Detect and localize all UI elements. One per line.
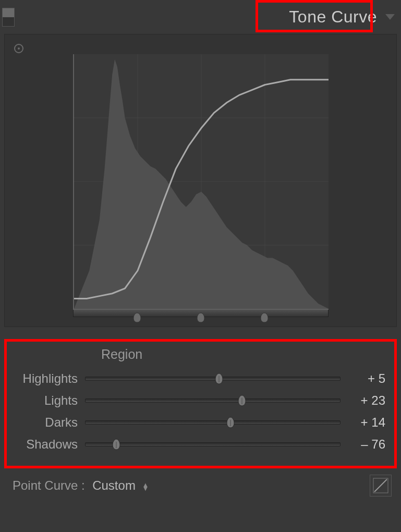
region-split-bar[interactable] (73, 310, 329, 317)
lights-slider-thumb[interactable] (236, 394, 248, 407)
darks-slider-thumb[interactable] (225, 416, 236, 429)
lights-slider[interactable] (85, 398, 341, 403)
darks-slider[interactable] (85, 420, 341, 425)
lights-value[interactable]: + 23 (350, 393, 385, 408)
darks-label[interactable]: Darks (4, 415, 85, 430)
slider-row-highlights: Highlights + 5 (4, 371, 397, 386)
header-right-group: Tone Curve (289, 7, 395, 27)
point-curve-label: Point Curve : (13, 478, 85, 492)
slider-row-shadows: Shadows – 76 (4, 437, 397, 452)
diagonal-curve-icon (372, 477, 389, 494)
shadows-slider[interactable] (85, 442, 341, 446)
region-section-label: Region (4, 347, 397, 362)
highlights-slider[interactable] (85, 377, 341, 381)
region-handle-shadows-darks[interactable] (132, 312, 142, 323)
collapse-icon[interactable] (385, 14, 395, 20)
point-curve-dropdown[interactable]: Custom ▲▼ (92, 478, 149, 492)
targeted-adjustment-icon[interactable] (14, 44, 23, 53)
slider-row-darks: Darks + 14 (4, 415, 397, 430)
region-sliders-section: Region Highlights + 5 Lights + 23 Darks (4, 347, 397, 452)
shadows-label[interactable]: Shadows (4, 437, 85, 452)
svg-line-11 (374, 479, 387, 492)
point-curve-row: Point Curve : Custom ▲▼ (0, 475, 401, 497)
panel-header: Tone Curve (0, 0, 401, 34)
panel-switch-toggle[interactable] (2, 8, 15, 27)
updown-icon: ▲▼ (142, 483, 149, 490)
point-curve-selected: Custom (92, 478, 136, 492)
highlights-slider-thumb[interactable] (213, 372, 225, 385)
region-handle-darks-lights[interactable] (196, 312, 206, 323)
shadows-slider-thumb[interactable] (111, 438, 122, 451)
highlights-label[interactable]: Highlights (4, 371, 85, 386)
point-curve-group: Point Curve : Custom ▲▼ (13, 478, 149, 493)
darks-value[interactable]: + 14 (350, 415, 385, 430)
highlights-value[interactable]: + 5 (350, 371, 385, 386)
tone-curve-svg (74, 54, 329, 309)
curve-container (4, 34, 397, 327)
tone-curve-canvas[interactable] (73, 54, 329, 310)
point-curve-edit-button[interactable] (370, 475, 392, 497)
slider-row-lights: Lights + 23 (4, 393, 397, 408)
shadows-value[interactable]: – 76 (350, 437, 385, 452)
panel-title[interactable]: Tone Curve (289, 7, 377, 27)
tone-curve-panel: Tone Curve (0, 0, 401, 532)
region-handle-lights-highlights[interactable] (259, 312, 270, 323)
lights-label[interactable]: Lights (4, 393, 85, 408)
